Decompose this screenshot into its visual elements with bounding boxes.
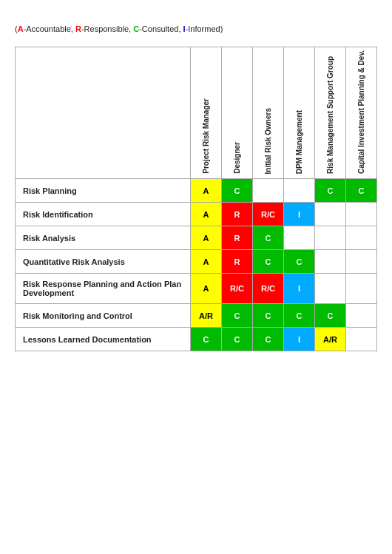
cell-r6-c4: A/R	[315, 328, 346, 351]
cell-r5-c1: C	[222, 304, 253, 328]
cell-r1-c3: I	[284, 203, 315, 226]
table-row: Risk AnalysisARC	[16, 226, 377, 250]
table-row: Quantitative Risk AnalysisARCC	[16, 250, 377, 274]
cell-r3-c5	[346, 250, 377, 274]
cell-r5-c4: C	[315, 304, 346, 328]
cell-r0-c4: C	[315, 179, 346, 203]
table-body: Risk PlanningACCCRisk IdentificationARR/…	[16, 179, 377, 351]
table-row: Risk IdentificationARR/CI	[16, 203, 377, 226]
row-label: Risk Planning	[16, 179, 191, 203]
row-label-header	[16, 47, 191, 179]
col-header-label-initial-risk-owners: Initial Risk Owners	[264, 108, 273, 174]
cell-r2-c0: A	[191, 226, 222, 250]
cell-r5-c3: C	[284, 304, 315, 328]
cell-r2-c5	[346, 226, 377, 250]
legend-r: R	[75, 24, 81, 33]
cell-r1-c2: R/C	[253, 203, 284, 226]
cell-r5-c5	[346, 304, 377, 328]
cell-r0-c1: C	[222, 179, 253, 203]
legend-c: C	[133, 24, 139, 33]
cell-r0-c2	[253, 179, 284, 203]
cell-r3-c2: C	[253, 250, 284, 274]
cell-r3-c4	[315, 250, 346, 274]
cell-r6-c1: C	[222, 328, 253, 351]
col-header-designer: Designer	[222, 47, 253, 179]
cell-r4-c0: A	[191, 274, 222, 304]
cell-r3-c0: A	[191, 250, 222, 274]
cell-r3-c3: C	[284, 250, 315, 274]
cell-r1-c1: R	[222, 203, 253, 226]
cell-r5-c2: C	[253, 304, 284, 328]
cell-r4-c5	[346, 274, 377, 304]
table-row: Risk Response Planning and Action Plan D…	[16, 274, 377, 304]
cell-r3-c1: R	[222, 250, 253, 274]
cell-r6-c3: I	[284, 328, 315, 351]
legend: (A-Accountable, R-Responsible, C-Consult…	[15, 24, 377, 33]
row-label: Lessons Learned Documentation	[16, 328, 191, 351]
table-row: Risk Monitoring and ControlA/RCCCC	[16, 304, 377, 328]
col-header-initial-risk-owners: Initial Risk Owners	[253, 47, 284, 179]
cell-r1-c5	[346, 203, 377, 226]
col-header-label-risk-management-support-group: Risk Management Support Group	[326, 56, 335, 174]
row-label: Quantitative Risk Analysis	[16, 250, 191, 274]
col-header-project-manager: Project Risk Manager	[191, 47, 222, 179]
cell-r0-c3	[284, 179, 315, 203]
cell-r0-c0: A	[191, 179, 222, 203]
col-header-label-capital-investment: Capital Investment Planning & Dev.	[357, 50, 366, 174]
page: (A-Accountable, R-Responsible, C-Consult…	[15, 15, 377, 539]
cell-r2-c1: R	[222, 226, 253, 250]
table-row: Lessons Learned DocumentationCCCIA/R	[16, 328, 377, 351]
col-header-dpm-management: DPM Management	[284, 47, 315, 179]
cell-r0-c5: C	[346, 179, 377, 203]
cell-r6-c2: C	[253, 328, 284, 351]
cell-r6-c0: C	[191, 328, 222, 351]
col-header-label-designer: Designer	[233, 142, 242, 174]
responsibilities-table: Project Risk ManagerDesignerInitial Risk…	[15, 47, 377, 351]
row-label: Risk Monitoring and Control	[16, 304, 191, 328]
column-header-row: Project Risk ManagerDesignerInitial Risk…	[16, 47, 377, 179]
row-label: Risk Analysis	[16, 226, 191, 250]
cell-r4-c2: R/C	[253, 274, 284, 304]
col-header-capital-investment: Capital Investment Planning & Dev.	[346, 47, 377, 179]
col-header-risk-management-support-group: Risk Management Support Group	[315, 47, 346, 179]
legend-i: I	[183, 24, 186, 33]
cell-r2-c3	[284, 226, 315, 250]
cell-r4-c1: R/C	[222, 274, 253, 304]
cell-r4-c3: I	[284, 274, 315, 304]
col-header-label-dpm-management: DPM Management	[295, 110, 304, 174]
cell-r2-c4	[315, 226, 346, 250]
header: (A-Accountable, R-Responsible, C-Consult…	[15, 15, 377, 39]
row-label: Risk Response Planning and Action Plan D…	[16, 274, 191, 304]
cell-r1-c4	[315, 203, 346, 226]
table-row: Risk PlanningACCC	[16, 179, 377, 203]
cell-r1-c0: A	[191, 203, 222, 226]
col-header-label-project-manager: Project Risk Manager	[202, 98, 211, 174]
row-label: Risk Identification	[16, 203, 191, 226]
cell-r2-c2: C	[253, 226, 284, 250]
legend-a: A	[18, 24, 24, 33]
cell-r6-c5	[346, 328, 377, 351]
cell-r4-c4	[315, 274, 346, 304]
cell-r5-c0: A/R	[191, 304, 222, 328]
